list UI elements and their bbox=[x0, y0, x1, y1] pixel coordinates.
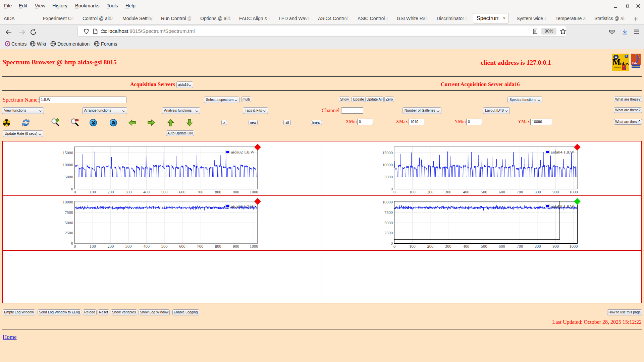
svg-text:1000: 1000 bbox=[570, 190, 578, 194]
svg-text:5000: 5000 bbox=[65, 175, 73, 179]
svg-text:600: 600 bbox=[499, 244, 505, 249]
svg-text:15000: 15000 bbox=[63, 150, 73, 155]
svg-text:0: 0 bbox=[391, 241, 393, 246]
svg-text:500: 500 bbox=[481, 244, 487, 249]
svg-text:0: 0 bbox=[74, 190, 76, 194]
svg-text:POWERED: POWERED bbox=[632, 66, 641, 67]
svg-text:7500: 7500 bbox=[384, 210, 393, 215]
svg-text:1000: 1000 bbox=[250, 190, 258, 194]
svg-text:500: 500 bbox=[481, 190, 487, 194]
svg-text:800: 800 bbox=[215, 244, 221, 249]
svg-text:10000: 10000 bbox=[63, 163, 73, 167]
svg-text:200: 200 bbox=[427, 244, 433, 249]
svg-text:10000: 10000 bbox=[382, 163, 393, 167]
svg-text:0: 0 bbox=[391, 187, 393, 191]
svg-text:aida06 1.7.W: aida06 1.7.W bbox=[231, 204, 255, 209]
svg-text:800: 800 bbox=[215, 190, 221, 194]
svg-text:500: 500 bbox=[161, 190, 168, 194]
svg-text:500: 500 bbox=[161, 244, 168, 249]
svg-text:800: 800 bbox=[535, 244, 541, 249]
svg-text:TCL: TCL bbox=[632, 61, 637, 64]
svg-text:800: 800 bbox=[535, 190, 541, 194]
svg-text:5000: 5000 bbox=[65, 221, 73, 225]
svg-text:0: 0 bbox=[74, 244, 76, 249]
svg-text:M: M bbox=[612, 58, 621, 67]
svg-text:900: 900 bbox=[552, 190, 559, 194]
svg-text:7500: 7500 bbox=[65, 210, 73, 215]
svg-text:700: 700 bbox=[517, 190, 523, 194]
svg-text:10000: 10000 bbox=[63, 200, 73, 204]
svg-text:100: 100 bbox=[409, 190, 416, 194]
svg-text:400: 400 bbox=[463, 190, 469, 194]
svg-text:200: 200 bbox=[107, 190, 114, 194]
svg-text:600: 600 bbox=[499, 190, 505, 194]
svg-text:2500: 2500 bbox=[65, 231, 73, 235]
svg-text:aida04 1.8.W: aida04 1.8.W bbox=[551, 149, 574, 155]
svg-text:900: 900 bbox=[552, 244, 559, 249]
svg-text:700: 700 bbox=[517, 244, 523, 249]
svg-text:0: 0 bbox=[71, 187, 73, 191]
svg-text:0: 0 bbox=[393, 190, 395, 194]
svg-text:700: 700 bbox=[197, 244, 203, 249]
svg-text:400: 400 bbox=[143, 244, 150, 249]
svg-text:2500: 2500 bbox=[384, 231, 393, 235]
svg-text:0: 0 bbox=[393, 244, 395, 249]
svg-text:600: 600 bbox=[179, 190, 185, 194]
svg-text:0: 0 bbox=[71, 241, 73, 246]
svg-text:5000: 5000 bbox=[384, 221, 393, 225]
svg-text:aida08 1.8.W: aida08 1.8.W bbox=[551, 204, 574, 209]
svg-text:300: 300 bbox=[125, 190, 132, 194]
svg-text:300: 300 bbox=[445, 190, 451, 194]
svg-text:400: 400 bbox=[143, 190, 150, 194]
svg-text:5000: 5000 bbox=[384, 175, 393, 179]
svg-text:900: 900 bbox=[233, 190, 239, 194]
svg-text:300: 300 bbox=[445, 244, 451, 249]
svg-text:100: 100 bbox=[409, 244, 416, 249]
svg-text:100: 100 bbox=[90, 244, 96, 249]
svg-text:powered by: powered by bbox=[614, 67, 621, 68]
svg-text:idas: idas bbox=[620, 61, 629, 66]
svg-text:600: 600 bbox=[179, 244, 185, 249]
svg-text:700: 700 bbox=[197, 190, 203, 194]
svg-text:200: 200 bbox=[107, 244, 114, 249]
svg-text:400: 400 bbox=[463, 244, 469, 249]
svg-text:300: 300 bbox=[125, 244, 132, 249]
svg-text:1000: 1000 bbox=[570, 244, 578, 249]
svg-text:10000: 10000 bbox=[382, 200, 393, 204]
svg-text:aida02 1.8.W: aida02 1.8.W bbox=[231, 149, 255, 155]
svg-text:1000: 1000 bbox=[250, 244, 258, 249]
svg-text:900: 900 bbox=[233, 244, 239, 249]
svg-text:15000: 15000 bbox=[382, 150, 393, 155]
svg-text:200: 200 bbox=[427, 190, 433, 194]
svg-text:100: 100 bbox=[90, 190, 96, 194]
